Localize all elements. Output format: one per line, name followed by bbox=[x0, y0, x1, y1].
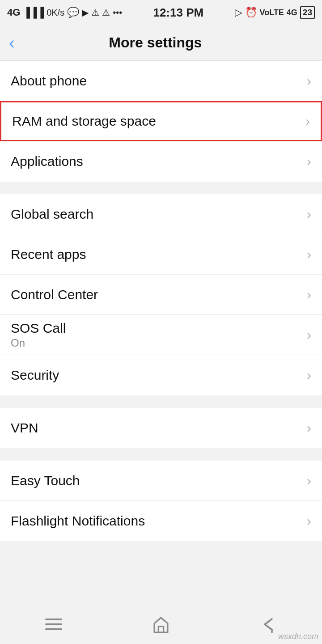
more-icon: ••• bbox=[113, 8, 122, 18]
page-title: More settings bbox=[24, 34, 287, 51]
setting-item-vpn[interactable]: VPN › bbox=[0, 408, 322, 448]
svg-rect-0 bbox=[158, 627, 164, 632]
settings-list: About phone › RAM and storage space › Ap… bbox=[0, 61, 322, 604]
recent-apps-label: Recent apps bbox=[11, 247, 302, 262]
bluetooth-icon: ▷ bbox=[235, 7, 242, 18]
setting-item-flashlight-notifications[interactable]: Flashlight Notifications › bbox=[0, 501, 322, 541]
signal-icon: ▐▐▐ bbox=[23, 7, 44, 18]
control-center-label: Control Center bbox=[11, 287, 302, 302]
back-nav-icon bbox=[259, 615, 277, 633]
easy-touch-label: Easy Touch bbox=[11, 473, 302, 488]
chevron-icon: › bbox=[307, 73, 311, 89]
section-gap-2 bbox=[0, 395, 322, 408]
global-search-label: Global search bbox=[11, 207, 302, 222]
sos-call-sublabel: On bbox=[11, 337, 302, 349]
setting-item-easy-touch[interactable]: Easy Touch › bbox=[0, 461, 322, 501]
flashlight-notifications-label: Flashlight Notifications bbox=[11, 513, 302, 529]
security-label: Security bbox=[11, 368, 302, 383]
chevron-icon: › bbox=[307, 368, 311, 383]
setting-item-global-search[interactable]: Global search › bbox=[0, 194, 322, 234]
settings-group-1: About phone › RAM and storage space › Ap… bbox=[0, 61, 322, 182]
battery-indicator: 23 bbox=[300, 6, 315, 19]
home-icon bbox=[152, 615, 170, 633]
toolbar: ‹ More settings bbox=[0, 25, 322, 61]
chevron-icon: › bbox=[307, 420, 311, 436]
chevron-icon: › bbox=[307, 513, 311, 529]
setting-item-sos-call[interactable]: SOS Call On › bbox=[0, 315, 322, 355]
chevron-icon: › bbox=[307, 207, 311, 222]
lte-icon: 4G bbox=[287, 8, 297, 17]
status-left: 4G ▐▐▐ 0K/s 💬 ▶ ⚠ ⚠ ••• bbox=[7, 7, 122, 18]
ram-storage-label: RAM and storage space bbox=[12, 114, 301, 129]
volte-icon: VoLTE bbox=[260, 8, 284, 17]
watermark: wsxdn.com bbox=[278, 632, 318, 641]
setting-item-security[interactable]: Security › bbox=[0, 355, 322, 395]
back-button[interactable]: ‹ bbox=[9, 34, 15, 51]
vpn-label: VPN bbox=[11, 420, 302, 436]
settings-group-4: Easy Touch › Flashlight Notifications › bbox=[0, 461, 322, 541]
setting-item-recent-apps[interactable]: Recent apps › bbox=[0, 234, 322, 275]
chevron-icon: › bbox=[307, 247, 311, 262]
chevron-icon: › bbox=[307, 287, 311, 302]
settings-group-3: VPN › bbox=[0, 408, 322, 448]
applications-label: Applications bbox=[11, 154, 302, 169]
hamburger-icon bbox=[45, 619, 62, 630]
play-icon: ▶ bbox=[82, 7, 89, 18]
alarm-icon: ⏰ bbox=[245, 7, 257, 18]
status-bar: 4G ▐▐▐ 0K/s 💬 ▶ ⚠ ⚠ ••• 12:13 PM ▷ ⏰ VoL… bbox=[0, 0, 322, 25]
setting-item-about-phone[interactable]: About phone › bbox=[0, 61, 322, 101]
chevron-icon: › bbox=[305, 114, 310, 129]
network-indicator: 4G bbox=[7, 7, 20, 18]
chevron-icon: › bbox=[307, 327, 311, 343]
sos-call-label: SOS Call bbox=[11, 321, 302, 336]
data-speed: 0K/s bbox=[47, 8, 64, 18]
about-phone-label: About phone bbox=[11, 73, 302, 89]
section-gap-4 bbox=[0, 541, 322, 554]
home-button[interactable] bbox=[145, 613, 177, 636]
section-gap-3 bbox=[0, 448, 322, 461]
section-gap-1 bbox=[0, 182, 322, 194]
settings-group-2: Global search › Recent apps › Control Ce… bbox=[0, 194, 322, 395]
whatsapp-icon: 💬 bbox=[67, 7, 79, 18]
status-right: ▷ ⏰ VoLTE 4G 23 bbox=[235, 6, 315, 19]
chevron-icon: › bbox=[307, 473, 311, 488]
hamburger-menu-button[interactable] bbox=[38, 613, 69, 636]
setting-item-control-center[interactable]: Control Center › bbox=[0, 275, 322, 315]
setting-item-applications[interactable]: Applications › bbox=[0, 141, 322, 182]
chevron-icon: › bbox=[307, 154, 311, 169]
bottom-nav bbox=[0, 604, 322, 644]
blocked-icon2: ⚠ bbox=[102, 7, 110, 18]
blocked-icon1: ⚠ bbox=[91, 7, 99, 18]
status-time: 12:13 PM bbox=[153, 6, 203, 20]
setting-item-ram-storage[interactable]: RAM and storage space › bbox=[0, 101, 322, 141]
